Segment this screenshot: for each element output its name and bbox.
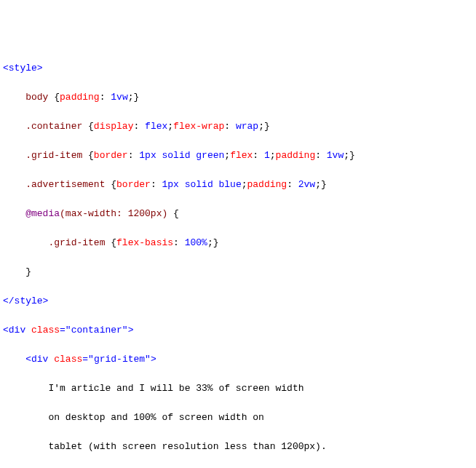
code-keyword: @media <box>25 208 60 219</box>
code-tag: <style> <box>3 63 43 74</box>
code-value: flex <box>145 121 167 132</box>
code-attr-value: "grid-item" <box>88 354 151 365</box>
code-prop: flex <box>230 150 253 161</box>
code-gt: > <box>128 325 134 336</box>
code-attr: class <box>54 354 82 365</box>
code-selector: body <box>25 92 48 103</box>
code-value: 1vw <box>327 150 344 161</box>
code-value: 1px solid blue <box>162 179 241 190</box>
code-prop: border <box>116 179 151 190</box>
code-tag: </style> <box>3 296 48 306</box>
code-tag: <div <box>3 325 25 336</box>
code-media-cond: (max-width: 1200px) <box>60 208 167 219</box>
code-value: 1px solid green <box>139 150 224 161</box>
code-prop: padding <box>247 179 287 190</box>
code-value: 100% <box>185 237 207 248</box>
code-prop: display <box>94 121 134 132</box>
code-prop: border <box>94 150 128 161</box>
code-text: tablet (with screen resolution less than… <box>48 441 326 452</box>
code-value: 1vw <box>111 92 127 103</box>
code-selector: .container <box>25 121 82 132</box>
code-prop: flex-basis <box>116 237 173 248</box>
code-attr-value: "container" <box>66 325 128 336</box>
code-prop: padding <box>276 150 316 161</box>
code-prop: flex-wrap <box>173 121 224 132</box>
code-value: 1 <box>264 150 270 161</box>
code-prop: padding <box>60 92 100 103</box>
code-text: on desktop and 100% of screen width on <box>48 412 263 423</box>
code-value: wrap <box>236 121 258 132</box>
code-tag: <div <box>25 354 48 365</box>
code-selector: .grid-item <box>48 237 105 248</box>
code-attr: class <box>31 325 60 336</box>
code-selector: .grid-item <box>25 150 82 161</box>
code-value: 2vw <box>298 179 315 190</box>
code-gt: > <box>151 354 156 365</box>
code-selector: .advertisement <box>25 179 105 190</box>
code-text: I'm article and I will be 33% of screen … <box>48 383 304 394</box>
